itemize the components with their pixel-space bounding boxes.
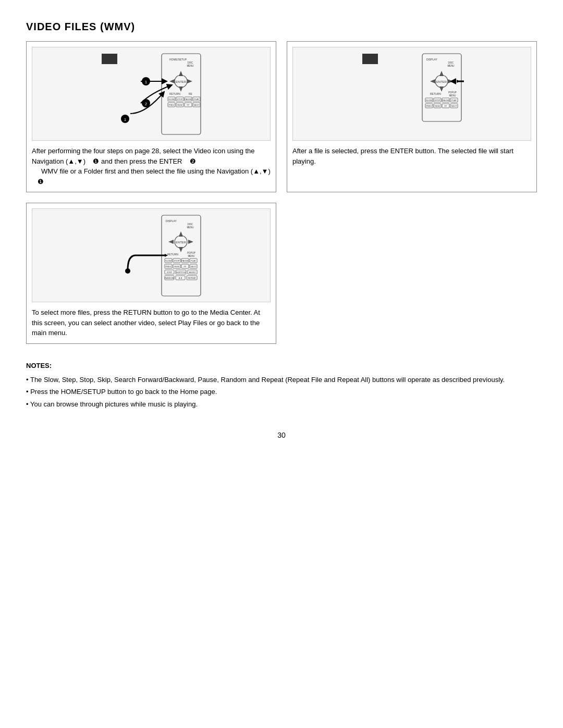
- svg-marker-65: [457, 80, 460, 83]
- svg-text:1: 1: [145, 80, 148, 84]
- svg-rect-0: [102, 54, 117, 64]
- panel-1-image: HOME/SETUP DISC MENU ENTER RETURN RE: [32, 47, 271, 141]
- svg-text:RETURN: RETURN: [169, 92, 180, 95]
- page-number: 30: [26, 431, 537, 439]
- svg-text:DISPLAY: DISPLAY: [426, 58, 437, 61]
- svg-text:PREV: PREV: [166, 265, 172, 268]
- svg-text:A-B: A-B: [179, 277, 182, 279]
- svg-text:MENU: MENU: [449, 94, 456, 97]
- bottom-panels-row: DISPLAY DISC MENU ENTER RETURN POPUP MEN…: [26, 203, 537, 344]
- notes-section: NOTES: The Slow, Step, Stop, Skip, Searc…: [26, 360, 537, 411]
- svg-marker-8: [187, 79, 192, 83]
- svg-text:ENTER: ENTER: [176, 80, 187, 83]
- remote-diagram-3: DISPLAY DISC MENU ENTER RETURN POPUP MEN…: [99, 213, 203, 299]
- svg-text:MENU: MENU: [187, 226, 193, 229]
- svg-text:PAUSE: PAUSE: [181, 260, 189, 262]
- notes-title: NOTES:: [26, 360, 537, 372]
- panel-2-text: After a file is selected, press the ENTE…: [292, 146, 531, 166]
- svg-marker-72: [168, 240, 174, 244]
- svg-marker-73: [188, 240, 193, 244]
- svg-text:DISPLAY: DISPLAY: [166, 219, 177, 223]
- svg-text:SLOW: SLOW: [426, 99, 432, 102]
- empty-space: [287, 203, 537, 344]
- svg-text:ENTER: ENTER: [176, 241, 187, 244]
- svg-rect-1: [162, 54, 201, 134]
- svg-text:AUDIO: AUDIO: [189, 271, 196, 274]
- remote-diagram-1: HOME/SETUP DISC MENU ENTER RETURN RE: [99, 51, 203, 137]
- remote-diagram-2: DISPLAY DISC MENU ENTER RETURN POPUP: [360, 51, 464, 137]
- svg-text:FF: FF: [184, 265, 187, 268]
- svg-marker-42: [430, 79, 435, 83]
- svg-text:POPUP: POPUP: [448, 91, 457, 94]
- svg-text:2: 2: [145, 102, 148, 106]
- svg-text:SLOW: SLOW: [165, 260, 172, 262]
- svg-text:PLAY: PLAY: [194, 98, 199, 101]
- panel-3: DISPLAY DISC MENU ENTER RETURN POPUP MEN…: [26, 203, 276, 344]
- svg-text:FF: FF: [187, 104, 190, 106]
- svg-text:PLAY: PLAY: [191, 260, 196, 262]
- svg-text:RE: RE: [189, 92, 193, 95]
- svg-text:MENU: MENU: [447, 65, 454, 67]
- svg-text:PAUSE: PAUSE: [185, 98, 192, 101]
- svg-text:DISC: DISC: [448, 61, 455, 64]
- svg-text:REW: REW: [177, 104, 182, 106]
- svg-text:MENU: MENU: [188, 255, 194, 257]
- svg-text:MENU: MENU: [187, 65, 193, 67]
- svg-text:STOP: STOP: [435, 99, 440, 102]
- panel-1-text: After performing the four steps on page …: [32, 146, 271, 187]
- top-panels-row: HOME/SETUP DISC MENU ENTER RETURN RE: [26, 41, 537, 192]
- svg-text:STOP: STOP: [177, 98, 183, 101]
- page-title: VIDEO FILES (WMV): [26, 21, 537, 33]
- svg-text:ENTER: ENTER: [436, 80, 447, 83]
- svg-text:SUBTITLE: SUBTITLE: [176, 271, 186, 274]
- svg-point-108: [125, 268, 130, 274]
- svg-text:FF: FF: [445, 105, 447, 107]
- svg-text:PREV: PREV: [426, 105, 432, 107]
- svg-text:RANDOM: RANDOM: [165, 277, 174, 279]
- panel-3-image: DISPLAY DISC MENU ENTER RETURN POPUP MEN…: [32, 208, 271, 302]
- svg-text:NEXT: NEXT: [194, 104, 200, 106]
- svg-text:HOME/SETUP: HOME/SETUP: [169, 58, 187, 61]
- svg-text:PAUSE: PAUSE: [442, 99, 449, 102]
- svg-text:REW: REW: [435, 105, 440, 107]
- svg-text:NEXT: NEXT: [191, 265, 197, 268]
- panel-3-text: To select more files, press the RETURN b…: [32, 307, 271, 338]
- svg-text:DISC: DISC: [188, 223, 194, 226]
- svg-text:RETURN: RETURN: [167, 253, 178, 256]
- svg-text:PLAY: PLAY: [451, 99, 457, 102]
- svg-text:REPEAT: REPEAT: [188, 277, 196, 279]
- panel-2-image: DISPLAY DISC MENU ENTER RETURN POPUP: [292, 47, 531, 141]
- panel-2: DISPLAY DISC MENU ENTER RETURN POPUP: [287, 41, 537, 192]
- note-item-1: The Slow, Step, Stop, Skip, Search Forwa…: [26, 374, 537, 386]
- svg-marker-7: [169, 79, 175, 83]
- svg-text:REW: REW: [174, 265, 179, 268]
- svg-text:1: 1: [124, 117, 127, 122]
- svg-text:NEXT: NEXT: [451, 105, 457, 107]
- svg-text:STEP: STEP: [167, 271, 173, 274]
- svg-text:DISC: DISC: [188, 61, 194, 64]
- panel-1: HOME/SETUP DISC MENU ENTER RETURN RE: [26, 41, 276, 192]
- svg-text:RETURN: RETURN: [430, 92, 441, 95]
- svg-text:PREV: PREV: [169, 104, 175, 106]
- svg-text:STOP: STOP: [174, 260, 180, 262]
- note-item-2: Press the HOME/SETUP button to go back t…: [26, 386, 537, 398]
- svg-text:POPUP: POPUP: [187, 252, 195, 254]
- svg-text:SLOW: SLOW: [168, 98, 175, 101]
- note-item-3: You can browse through pictures while mu…: [26, 398, 537, 410]
- notes-list: The Slow, Step, Stop, Skip, Search Forwa…: [26, 374, 537, 410]
- svg-rect-35: [362, 54, 378, 64]
